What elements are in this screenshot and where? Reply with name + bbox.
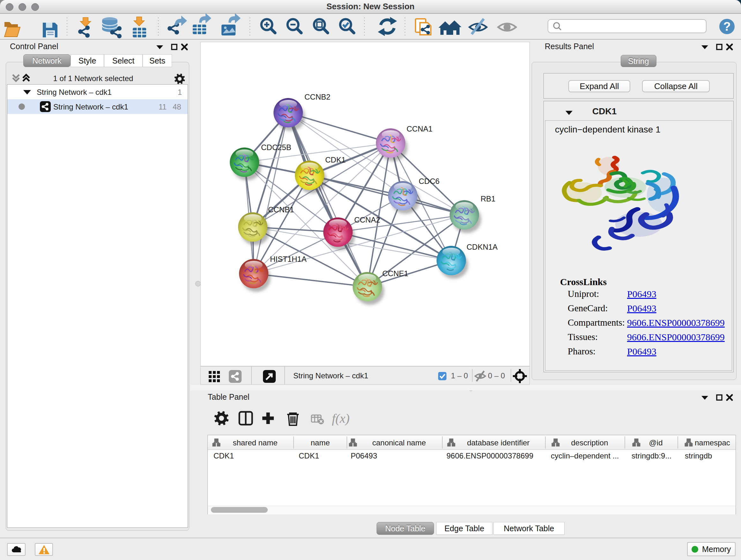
svg-text:String Network – cdk1: String Network – cdk1 bbox=[293, 371, 368, 380]
svg-text:CCNB1: CCNB1 bbox=[268, 205, 294, 214]
svg-text:CDKN1A: CDKN1A bbox=[467, 243, 497, 251]
svg-text:CCNB2: CCNB2 bbox=[305, 92, 330, 101]
svg-text:HIST1H1A: HIST1H1A bbox=[270, 255, 307, 263]
svg-text:CCNE1: CCNE1 bbox=[382, 269, 408, 278]
svg-text:0 – 0: 0 – 0 bbox=[488, 371, 505, 380]
svg-text:name: name bbox=[311, 438, 330, 447]
svg-text:1 – 0: 1 – 0 bbox=[451, 371, 468, 380]
svg-text:CDK1: CDK1 bbox=[325, 155, 346, 164]
svg-text:CCNA1: CCNA1 bbox=[407, 125, 432, 133]
svg-text:CDC6: CDC6 bbox=[419, 177, 440, 186]
svg-text:database identifier: database identifier bbox=[467, 438, 529, 447]
svg-text:description: description bbox=[571, 438, 608, 447]
svg-text:CCNA2: CCNA2 bbox=[354, 215, 380, 224]
svg-text:RB1: RB1 bbox=[481, 194, 495, 203]
svg-text:canonical name: canonical name bbox=[372, 438, 426, 447]
svg-text:namespac: namespac bbox=[695, 438, 730, 447]
svg-text:shared name: shared name bbox=[232, 438, 277, 447]
svg-text:?: ? bbox=[723, 20, 731, 33]
svg-text:CDC25B: CDC25B bbox=[261, 143, 291, 152]
svg-text:@id: @id bbox=[649, 438, 663, 447]
svg-text:f(x): f(x) bbox=[332, 411, 350, 426]
